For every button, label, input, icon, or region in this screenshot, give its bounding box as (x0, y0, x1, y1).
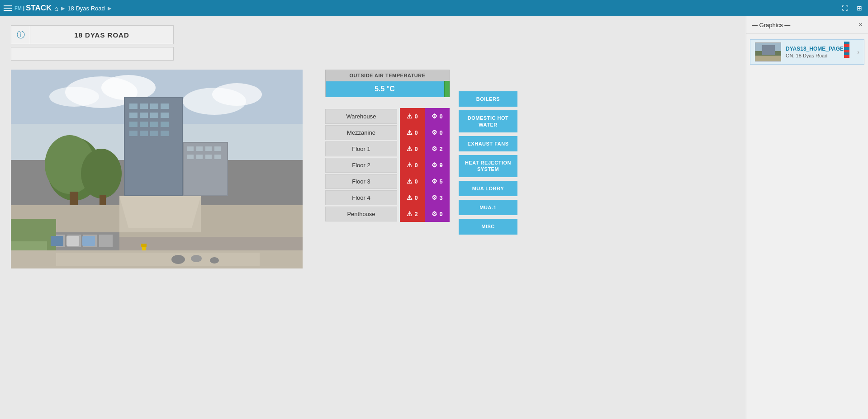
breadcrumb-arrow-1: ▶ (61, 5, 65, 11)
page-header: ⓘ 18 DYAS ROAD (11, 25, 735, 61)
svg-rect-55 (82, 236, 95, 246)
floor-row[interactable]: Floor 1⚠ 0⚙ 2 (325, 141, 450, 157)
alarm-badge[interactable]: ⚠ 0 (400, 189, 425, 206)
outside-air-temp-card: OUTSIDE AIR TEMPERATURE 5.5 °C (325, 70, 450, 97)
graphics-item[interactable]: DYAS18_HOME_PAGE ON: 18 Dyas Road › (750, 39, 864, 65)
svg-point-37 (81, 149, 122, 198)
sidebar-content: DYAS18_HOME_PAGE ON: 18 Dyas Road › (746, 34, 868, 419)
svg-rect-8 (125, 98, 182, 195)
gear-badge[interactable]: ⚙ 3 (425, 189, 450, 206)
main-layout: ⓘ 18 DYAS ROAD (0, 16, 868, 419)
svg-rect-33 (205, 155, 212, 159)
floor-badge-group: ⚠ 2⚙ 0 (400, 206, 450, 222)
graphics-item-sub: ON: 18 Dyas Road (786, 53, 853, 58)
home-icon[interactable]: ⌂ (54, 5, 58, 12)
svg-rect-10 (140, 104, 148, 109)
floor-label: Mezzanine (325, 125, 397, 140)
mua-lobby-button[interactable]: MUA LOBBY (459, 181, 517, 196)
misc-button[interactable]: MISC (459, 219, 517, 234)
svg-rect-17 (129, 122, 138, 127)
floor-badge-group: ⚠ 0⚙ 2 (400, 141, 450, 157)
svg-rect-18 (140, 122, 148, 127)
floor-rows-container: Warehouse⚠ 0⚙ 0Mezzanine⚠ 0⚙ 0Floor 1⚠ 0… (325, 108, 450, 222)
floor-label: Penthouse (325, 207, 397, 221)
alarm-badge[interactable]: ⚠ 0 (400, 108, 425, 124)
domestic-hot-water-button[interactable]: DOMESTIC HOTWATER (459, 110, 517, 132)
graphics-badge (844, 42, 849, 58)
svg-point-59 (171, 255, 185, 264)
floor-badge-group: ⚠ 0⚙ 0 (400, 108, 450, 124)
gear-badge[interactable]: ⚙ 0 (425, 124, 450, 141)
svg-point-61 (210, 257, 219, 264)
resize-icon[interactable]: ⛶ (840, 3, 850, 13)
grid-icon[interactable]: ⊞ (854, 3, 864, 13)
svg-rect-65 (762, 45, 775, 55)
logo-fm: FM (14, 5, 22, 11)
svg-rect-23 (150, 131, 158, 136)
sensor-panel: OUTSIDE AIR TEMPERATURE 5.5 °C Warehouse… (325, 70, 450, 222)
alarm-badge[interactable]: ⚠ 0 (400, 157, 425, 173)
alarm-badge[interactable]: ⚠ 0 (400, 141, 425, 157)
sidebar-close-button[interactable]: × (859, 21, 863, 29)
building-svg (11, 70, 303, 268)
outside-air-value: 5.5 °C (325, 81, 444, 97)
svg-rect-31 (187, 155, 194, 159)
topbar-right: ⛶ ⊞ (840, 3, 864, 13)
floor-row[interactable]: Floor 3⚠ 0⚙ 5 (325, 173, 450, 189)
menu-icon[interactable] (4, 5, 12, 11)
svg-rect-34 (214, 155, 221, 159)
alarm-badge[interactable]: ⚠ 0 (400, 124, 425, 141)
breadcrumb-item-1[interactable]: 18 Dyas Road (67, 5, 104, 12)
svg-rect-58 (56, 253, 260, 266)
alarm-badge[interactable]: ⚠ 0 (400, 173, 425, 189)
svg-rect-64 (755, 56, 781, 61)
svg-rect-22 (140, 131, 148, 136)
outside-air-label: OUTSIDE AIR TEMPERATURE (325, 70, 450, 81)
svg-rect-11 (150, 104, 158, 109)
logo: FM | STACK (14, 4, 52, 13)
floor-row[interactable]: Floor 2⚠ 0⚙ 9 (325, 157, 450, 173)
sidebar-graphics: — Graphics — × DYAS18_HOME_PAGE ON: 18 D… (746, 16, 868, 419)
gear-badge[interactable]: ⚙ 0 (425, 108, 450, 124)
svg-rect-52 (141, 244, 147, 247)
floor-row[interactable]: Floor 4⚠ 0⚙ 3 (325, 189, 450, 206)
sidebar-title: — Graphics — (752, 22, 790, 28)
svg-rect-54 (66, 236, 79, 246)
breadcrumb-arrow-2: ▶ (108, 5, 111, 11)
svg-rect-12 (161, 104, 169, 109)
sidebar-header: — Graphics — × (746, 16, 868, 34)
gear-badge[interactable]: ⚙ 0 (425, 206, 450, 222)
middle-section: OUTSIDE AIR TEMPERATURE 5.5 °C Warehouse… (11, 70, 735, 278)
topbar: FM | STACK ⌂ ▶ 18 Dyas Road ▶ ⛶ ⊞ (0, 0, 868, 16)
svg-rect-9 (129, 104, 138, 109)
mua-1-button[interactable]: MUA-1 (459, 200, 517, 215)
svg-rect-14 (140, 113, 148, 118)
svg-rect-30 (214, 146, 221, 151)
svg-rect-48 (99, 235, 113, 247)
svg-rect-21 (129, 131, 138, 136)
info-icon: ⓘ (11, 25, 30, 44)
page-subtitle-box (11, 47, 174, 61)
svg-rect-13 (129, 113, 138, 118)
heat-rejection-button[interactable]: HEAT REJECTIONSYSTEM (459, 155, 517, 177)
svg-point-4 (49, 87, 99, 107)
floor-row[interactable]: Warehouse⚠ 0⚙ 0 (325, 108, 450, 124)
floor-badge-group: ⚠ 0⚙ 3 (400, 189, 450, 206)
floor-row[interactable]: Penthouse⚠ 2⚙ 0 (325, 206, 450, 222)
svg-rect-27 (187, 146, 194, 151)
svg-rect-15 (150, 113, 158, 118)
gear-badge[interactable]: ⚙ 5 (425, 173, 450, 189)
gear-badge[interactable]: ⚙ 2 (425, 141, 450, 157)
alarm-badge[interactable]: ⚠ 2 (400, 206, 425, 222)
page-title-box: ⓘ 18 DYAS ROAD (11, 25, 174, 44)
floor-row[interactable]: Mezzanine⚠ 0⚙ 0 (325, 124, 450, 141)
graphics-thumbnail (755, 42, 781, 61)
boilers-button[interactable]: BOILERS (459, 91, 517, 107)
gear-badge[interactable]: ⚙ 9 (425, 157, 450, 173)
content-area: ⓘ 18 DYAS ROAD (0, 16, 746, 419)
svg-rect-32 (196, 155, 203, 159)
outside-air-value-row: 5.5 °C (325, 81, 450, 97)
floor-label: Floor 3 (325, 174, 397, 189)
svg-point-6 (212, 83, 262, 106)
exhaust-fans-button[interactable]: EXHAUST FANS (459, 136, 517, 151)
